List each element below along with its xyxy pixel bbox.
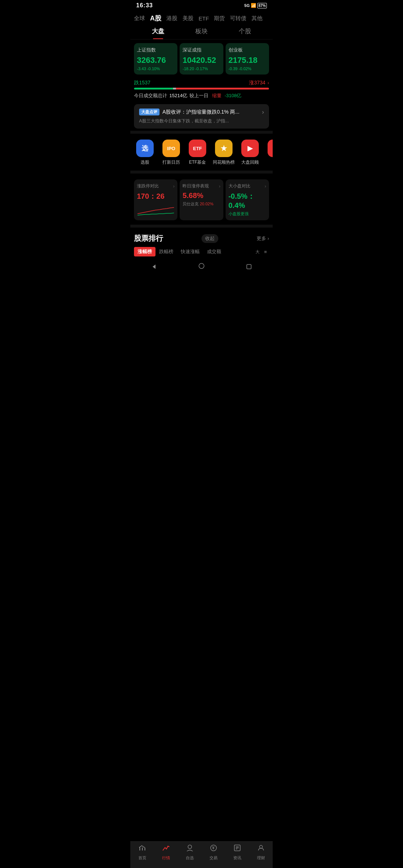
north-icon: 北 xyxy=(268,140,273,157)
review-icon: ▶ xyxy=(241,140,259,157)
decline-count: 跌1537 xyxy=(134,80,150,86)
select-stock-label: 选股 xyxy=(141,159,149,165)
index-value-shanghai: 3263.76 xyxy=(137,56,174,65)
news-arrow-icon: › xyxy=(262,109,264,115)
ranking-size-toggle[interactable]: 大 xyxy=(253,248,262,256)
mini-chart xyxy=(137,203,174,216)
hot-label: 同花顺热榜 xyxy=(213,159,235,165)
select-stock-icon: 选 xyxy=(136,140,154,157)
quick-icon-select-stock[interactable]: 选 选股 xyxy=(132,140,158,165)
ranking-tab-rise[interactable]: 涨幅榜 xyxy=(134,247,156,256)
stat-card-header-updown: 涨跌停对比 › xyxy=(137,183,174,189)
section-divider-2 xyxy=(130,171,273,174)
tab-other[interactable]: 其他 xyxy=(252,14,262,23)
svg-point-1 xyxy=(199,263,204,269)
nav-home-button[interactable] xyxy=(196,262,207,272)
advance-bar xyxy=(176,88,269,90)
ranking-tab-volume[interactable]: 成交额 xyxy=(203,247,225,256)
index-change-chinext: -0.39 -0.02% xyxy=(229,66,266,71)
system-nav xyxy=(130,258,273,277)
stat-value-updown: 170：26 xyxy=(137,191,174,201)
index-cards: 上证指数 3263.76 -3.43 -0.10% 深证成指 10420.52 … xyxy=(130,39,273,77)
stat-card-header-bigsmall: 大小盘对比 › xyxy=(229,183,266,189)
ranking-section: 股票排行 收起 更多 › 涨幅榜 跌幅榜 快速涨幅 成交额 大 ≡ xyxy=(130,230,273,258)
index-card-chinext[interactable]: 创业板 2175.18 -0.39 -0.02% xyxy=(226,43,269,75)
tab-hk[interactable]: 港股 xyxy=(166,14,177,23)
nav-back-button[interactable] xyxy=(149,262,159,272)
tab-us[interactable]: 美股 xyxy=(183,14,193,23)
ipo-icon: IPO xyxy=(162,140,180,157)
stat-sub-yesterday: 贝仕达克 20.02% xyxy=(183,201,220,207)
subtab-stock[interactable]: 个股 xyxy=(223,27,267,39)
subtab-sector[interactable]: 板块 xyxy=(180,27,223,39)
ranking-list-toggle[interactable]: ≡ xyxy=(262,248,269,256)
tab-global[interactable]: 全球 xyxy=(134,14,145,23)
wifi-icon: 📶 xyxy=(251,3,256,8)
arrow-icon-2: › xyxy=(219,184,220,189)
index-card-shenzhen[interactable]: 深证成指 10420.52 -18.20 -0.17% xyxy=(180,43,223,75)
sub-tabs: 大盘 板块 个股 xyxy=(130,26,273,39)
news-badge: 大盘点评 xyxy=(139,108,160,115)
quick-icon-etf[interactable]: ETF ETF基金 xyxy=(184,140,211,165)
ranking-tab-fall[interactable]: 跌幅榜 xyxy=(156,247,177,256)
quick-icons: 选 选股 IPO 打新日历 ETF ETF基金 ★ 同花顺热榜 ▶ 大盘回顾 北… xyxy=(130,136,273,168)
index-name-shanghai: 上证指数 xyxy=(137,47,174,53)
review-label: 大盘回顾 xyxy=(241,159,259,165)
volume-change-type: 缩量 xyxy=(212,92,222,99)
tab-etf[interactable]: ETF xyxy=(199,15,209,22)
battery-icon: 87% xyxy=(257,3,267,8)
news-header: 大盘点评 A股收评：沪指缩量微跌0.1% 两... › xyxy=(139,108,264,115)
stat-card-bigsmall[interactable]: 大小盘对比 › -0.5%：0.4% 小盘股更强 xyxy=(226,179,269,220)
ranking-header: 股票排行 收起 更多 › xyxy=(134,233,269,243)
news-card[interactable]: 大盘点评 A股收评：沪指缩量微跌0.1% 两... › A股三大指数今日集体下跌… xyxy=(134,104,269,129)
quick-icon-review[interactable]: ▶ 大盘回顾 xyxy=(237,140,263,165)
stat-value-yesterday: 5.68% xyxy=(183,191,220,200)
ranking-tabs: 涨幅榜 跌幅榜 快速涨幅 成交额 大 ≡ xyxy=(134,247,269,258)
news-desc: A股三大指数今日集体下跌，截至收盘，沪指... xyxy=(139,118,264,124)
hot-icon: ★ xyxy=(215,140,233,157)
volume-label: 今日成交额总计 xyxy=(134,92,167,99)
index-value-shenzhen: 10420.52 xyxy=(183,56,220,65)
svg-rect-2 xyxy=(247,264,251,269)
index-value-chinext: 2175.18 xyxy=(229,56,266,65)
quick-icon-north[interactable]: 北 北 xyxy=(263,140,273,165)
ipo-label: 打新日历 xyxy=(162,159,180,165)
decline-bar xyxy=(134,88,173,90)
adv-dec-labels: 跌1537 涨3734 › xyxy=(134,80,269,86)
stats-row: 涨跌停对比 › 170：26 昨日涨停表现 › 5.68% 贝仕达克 20.02… xyxy=(130,176,273,222)
stat-value-bigsmall: -0.5%：0.4% xyxy=(229,191,266,210)
tab-convertible[interactable]: 可转债 xyxy=(230,14,246,23)
nav-recents-button[interactable] xyxy=(244,262,254,272)
index-name-shenzhen: 深证成指 xyxy=(183,47,220,53)
neutral-bar xyxy=(173,88,176,90)
etf-label: ETF基金 xyxy=(189,159,206,165)
tab-futures[interactable]: 期货 xyxy=(214,14,225,23)
index-card-shanghai[interactable]: 上证指数 3263.76 -3.43 -0.10% xyxy=(134,43,177,75)
status-bar: 16:33 5G 📶 87% xyxy=(130,0,273,10)
index-change-shenzhen: -18.20 -0.17% xyxy=(183,66,220,71)
status-icons: 5G 📶 87% xyxy=(244,3,267,8)
arrow-icon: › xyxy=(173,184,174,189)
tab-a-stock[interactable]: A股 xyxy=(150,13,161,23)
stat-sub-bigsmall: 小盘股更强 xyxy=(229,211,266,217)
quick-icon-hot[interactable]: ★ 同花顺热榜 xyxy=(211,140,237,165)
ranking-title: 股票排行 xyxy=(134,233,163,243)
svg-marker-0 xyxy=(153,264,156,269)
stat-card-updown[interactable]: 涨跌停对比 › 170：26 xyxy=(134,179,177,220)
news-title: A股收评：沪指缩量微跌0.1% 两... xyxy=(162,109,259,115)
status-time: 16:33 xyxy=(136,2,153,9)
index-change-shanghai: -3.43 -0.10% xyxy=(137,66,174,71)
stat-card-yesterday[interactable]: 昨日涨停表现 › 5.68% 贝仕达克 20.02% xyxy=(180,179,223,220)
ranking-more-button[interactable]: 更多 › xyxy=(257,235,269,242)
index-name-chinext: 创业板 xyxy=(229,47,266,53)
volume-row: 今日成交额总计 15214亿 较上一日 缩量 -3108亿 xyxy=(134,92,269,99)
quick-icon-ipo[interactable]: IPO 打新日历 xyxy=(158,140,184,165)
ranking-collapse-button[interactable]: 收起 xyxy=(202,234,218,243)
market-tabs: 全球 A股 港股 美股 ETF 期货 可转债 其他 xyxy=(130,10,273,26)
section-divider-1 xyxy=(130,131,273,134)
arrow-icon-3: › xyxy=(265,184,266,189)
subtab-market[interactable]: 大盘 xyxy=(136,27,180,39)
advance-count[interactable]: 涨3734 › xyxy=(249,80,269,86)
etf-icon: ETF xyxy=(189,140,206,157)
ranking-tab-fast-rise[interactable]: 快速涨幅 xyxy=(177,247,203,256)
